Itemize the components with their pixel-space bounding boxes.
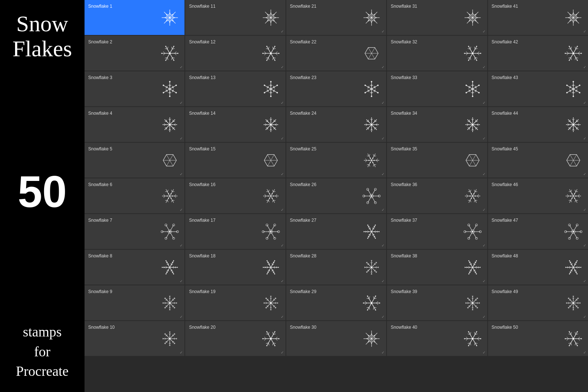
snowflake-cell-24[interactable]: ✓Snowflake 24 — [286, 107, 386, 142]
snowflake-cell-20[interactable]: ✓Snowflake 20 — [185, 321, 285, 356]
snowflake-cell-43[interactable]: ✓Snowflake 43 — [488, 71, 588, 106]
corner-mark-28: ✓ — [381, 279, 384, 283]
snowflake-cell-1[interactable]: Snowflake 1 — [85, 0, 184, 35]
snowflake-icon-25 — [361, 149, 383, 171]
snowflake-cell-29[interactable]: ✓Snowflake 29 — [286, 285, 386, 320]
svg-point-277 — [263, 85, 265, 86]
snowflake-cell-48[interactable]: ✓Snowflake 48 — [488, 250, 588, 285]
svg-line-825 — [269, 270, 270, 271]
svg-point-298 — [371, 96, 372, 97]
snowflake-label-47: Snowflake 47 — [492, 216, 518, 223]
svg-line-167 — [272, 46, 273, 49]
svg-line-711 — [368, 232, 372, 239]
snowflake-cell-6[interactable]: ✓Snowflake 6 — [85, 178, 184, 213]
svg-point-600 — [269, 193, 270, 194]
svg-point-682 — [169, 231, 171, 232]
snowflake-cell-31[interactable]: ✓Snowflake 31 — [387, 0, 487, 35]
snowflake-cell-34[interactable]: ✓Snowflake 34 — [387, 107, 487, 142]
snowflake-cell-2[interactable]: ✓Snowflake 2 — [85, 36, 184, 71]
snowflake-cell-41[interactable]: ✓Snowflake 41 — [488, 0, 588, 35]
snowflake-cell-8[interactable]: ✓Snowflake 8 — [85, 250, 184, 285]
snowflake-label-48: Snowflake 48 — [492, 252, 518, 259]
snowflake-cell-35[interactable]: ✓Snowflake 35 — [387, 143, 487, 178]
snowflake-cell-28[interactable]: ✓Snowflake 28 — [286, 250, 386, 285]
svg-line-920 — [469, 260, 473, 267]
snowflake-cell-4[interactable]: ✓Snowflake 4 — [85, 107, 184, 142]
svg-line-950 — [572, 270, 572, 271]
snowflake-cell-11[interactable]: ✓Snowflake 11 — [185, 0, 285, 35]
svg-line-536 — [365, 160, 367, 162]
svg-point-666 — [574, 193, 575, 194]
svg-line-941 — [573, 267, 577, 274]
snowflake-cell-50[interactable]: ✓Snowflake 50 — [488, 321, 588, 356]
svg-line-1011 — [170, 297, 175, 303]
snowflake-cell-12[interactable]: ✓Snowflake 12 — [185, 36, 285, 71]
snowflake-cell-23[interactable]: ✓Snowflake 23 — [286, 71, 386, 106]
svg-line-199 — [474, 46, 475, 49]
svg-point-506 — [573, 124, 574, 125]
svg-line-1118 — [473, 297, 478, 303]
snowflake-cell-39[interactable]: ✓Snowflake 39 — [387, 285, 487, 320]
corner-mark-14: ✓ — [281, 136, 284, 140]
svg-point-349 — [478, 85, 480, 86]
snowflake-cell-22[interactable]: ✓Snowflake 22 — [286, 36, 386, 71]
snowflake-cell-38[interactable]: ✓Snowflake 38 — [387, 250, 487, 285]
corner-mark-26: ✓ — [381, 208, 384, 212]
snowflake-cell-32[interactable]: ✓Snowflake 32 — [387, 36, 487, 71]
svg-point-148 — [278, 53, 279, 54]
corner-mark-15: ✓ — [281, 172, 284, 176]
svg-line-207 — [575, 57, 576, 60]
svg-line-975 — [577, 260, 577, 261]
svg-line-606 — [272, 190, 273, 192]
snowflake-cell-5[interactable]: ✓Snowflake 5 — [85, 143, 184, 178]
snowflake-icon-43 — [562, 78, 584, 100]
snowflake-cell-36[interactable]: ✓Snowflake 36 — [387, 178, 487, 213]
svg-point-127 — [173, 60, 175, 61]
snowflake-cell-14[interactable]: ✓Snowflake 14 — [185, 107, 285, 142]
snowflake-cell-40[interactable]: ✓Snowflake 40 — [387, 321, 487, 356]
snowflake-cell-26[interactable]: ✓Snowflake 26 — [286, 178, 386, 213]
snowflake-label-14: Snowflake 14 — [189, 109, 215, 116]
snowflake-label-1: Snowflake 1 — [88, 2, 112, 9]
snowflake-cell-33[interactable]: ✓Snowflake 33 — [387, 71, 487, 106]
snowflake-cell-42[interactable]: ✓Snowflake 42 — [488, 36, 588, 71]
snowflake-cell-13[interactable]: ✓Snowflake 13 — [185, 71, 285, 106]
svg-line-837 — [267, 260, 271, 267]
snowflake-label-6: Snowflake 6 — [88, 181, 112, 187]
svg-point-231 — [176, 92, 177, 93]
snowflake-cell-27[interactable]: ✓Snowflake 27 — [286, 214, 386, 249]
svg-point-530 — [370, 162, 371, 163]
snowflake-cell-10[interactable]: ✓Snowflake 10 — [85, 321, 184, 356]
snowflake-cell-7[interactable]: ✓Snowflake 7 — [85, 214, 184, 249]
snowflake-cell-21[interactable]: ✓Snowflake 21 — [286, 0, 386, 35]
svg-line-464 — [473, 119, 478, 124]
snowflake-cell-49[interactable]: ✓Snowflake 49 — [488, 285, 588, 320]
snowflake-cell-44[interactable]: ✓Snowflake 44 — [488, 107, 588, 142]
snowflake-cell-47[interactable]: ✓Snowflake 47 — [488, 214, 588, 249]
svg-line-912 — [469, 274, 469, 274]
svg-line-437 — [366, 119, 372, 124]
snowflake-cell-46[interactable]: ✓Snowflake 46 — [488, 178, 588, 213]
snowflake-cell-15[interactable]: ✓Snowflake 15 — [185, 143, 285, 178]
snowflake-label-4: Snowflake 4 — [88, 109, 112, 116]
snowflake-icon-13 — [260, 78, 282, 100]
snowflake-cell-17[interactable]: ✓Snowflake 17 — [185, 214, 285, 249]
snowflake-label-30: Snowflake 30 — [290, 323, 316, 330]
snowflake-cell-3[interactable]: ✓Snowflake 3 — [85, 71, 184, 106]
corner-mark-44: ✓ — [583, 136, 586, 140]
snowflake-cell-19[interactable]: ✓Snowflake 19 — [185, 285, 285, 320]
svg-line-952 — [571, 272, 571, 273]
snowflake-cell-25[interactable]: ✓Snowflake 25 — [286, 143, 386, 178]
corner-mark-47: ✓ — [583, 243, 586, 247]
snowflake-cell-18[interactable]: ✓Snowflake 18 — [185, 250, 285, 285]
svg-line-577 — [168, 190, 168, 192]
svg-line-589 — [272, 200, 273, 202]
snowflake-cell-45[interactable]: ✓Snowflake 45 — [488, 143, 588, 178]
svg-point-143 — [173, 46, 175, 47]
snowflake-cell-9[interactable]: ✓Snowflake 9 — [85, 285, 184, 320]
svg-line-523 — [376, 160, 378, 162]
snowflake-cell-37[interactable]: ✓Snowflake 37 — [387, 214, 487, 249]
snowflake-cell-30[interactable]: ✓Snowflake 30 — [286, 321, 386, 356]
svg-line-1032 — [266, 303, 271, 308]
snowflake-cell-16[interactable]: ✓Snowflake 16 — [185, 178, 285, 213]
